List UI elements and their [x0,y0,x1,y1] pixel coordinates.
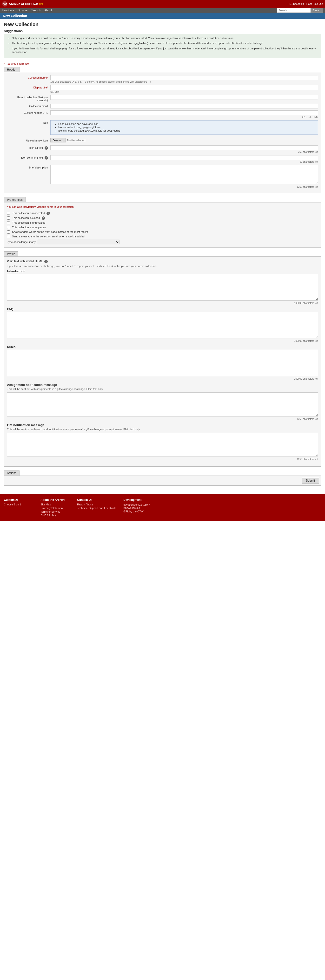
pref-anonymous-row: This collection is anonymous [7,226,318,229]
nav-fandoms[interactable]: Fandoms [2,8,14,13]
suggestion-item: The best way to set up a regular challen… [12,41,317,45]
icon-alt-help-icon[interactable]: ? [44,146,48,150]
brief-desc-label: Brief description [7,165,50,169]
icon-comment-help-icon[interactable]: ? [44,156,48,159]
post-link[interactable]: Post [306,2,312,5]
icon-comment-label: Icon comment text ? [7,155,50,159]
icon-info-box: Each collection can have one icon Icons … [50,120,318,135]
pref-anonymous-label: This collection is anonymous [12,226,46,229]
rules-title: Rules [7,345,318,349]
footer-col-about: About the Archive Site Map Diversity Sta… [40,498,70,517]
collection-name-row: Collection name* 1 to 255 characters (A-… [7,75,318,83]
icon-alt-input[interactable] [50,145,318,150]
collection-email-label: Collection email [7,103,50,108]
custom-header-url-row: Custom header URL JPG, GIF, PNG [7,110,318,118]
icon-info-list: Each collection can have one icon Icons … [58,123,314,132]
pref-moderated-checkbox[interactable] [7,212,10,215]
icon-label: Icon [7,120,50,124]
footer-choose-skin[interactable]: Choose Skin 1 [4,503,33,506]
logo: AO3 Archive of Our Ownbeta [2,1,43,7]
required-info: * Required information [4,62,321,65]
actions-content: Submit [4,476,321,486]
beta-label: beta [39,3,43,5]
icon-alt-control: 250 characters left [50,145,318,153]
custom-header-url-control: JPG, GIF, PNG [50,110,318,118]
upload-icon-row: Upload a new icon Browse... No file sele… [7,138,318,143]
icon-alt-label: Icon alt text ? [7,145,50,150]
no-file-text: No file selected. [67,139,86,142]
page-title-bar: New Collection [0,13,325,19]
nav-about[interactable]: About [44,8,52,13]
pref-closed-row: This collection is closed ? [7,216,318,220]
pref-closed-help-icon[interactable]: ? [42,216,45,220]
manage-link[interactable]: Manage [36,205,46,208]
pref-anonymous-checkbox[interactable] [7,226,10,229]
display-title-row: Display title* text only [7,85,318,93]
footer-dmca[interactable]: DMCA Policy [40,514,70,517]
assignment-notification-title: Assignment notification message [7,383,318,387]
suggestion-item: Only registered users can post, so you d… [12,37,317,40]
parent-collection-input[interactable] [50,95,318,100]
faq-section: FAQ 100000 characters left [7,307,318,342]
collection-name-control: 1 to 255 characters (A-Z, a-z, _, 0-9 on… [50,75,318,83]
brief-desc-char-limit: 1250 characters left [50,186,318,188]
ao3-logo-icon: AO3 [2,1,8,7]
pref-closed-checkbox[interactable] [7,216,10,220]
search-input[interactable] [277,8,311,13]
assignment-notification-textarea[interactable] [7,392,318,417]
display-title-input[interactable] [50,85,318,90]
footer-site-map[interactable]: Site Map [40,503,70,506]
footer-tos[interactable]: Terms of Service [40,510,70,513]
plain-text-label: Plain text with limited HTML [7,259,43,263]
top-right-area: Hi, Spacedick! Post Log Out [288,2,323,5]
upload-icon-label: Upload a new icon [7,138,50,142]
submit-button[interactable]: Submit [302,478,319,484]
pref-unrevealed-checkbox[interactable] [7,221,10,224]
icon-comment-input[interactable] [50,155,318,160]
collection-email-control [50,103,318,108]
footer-diversity[interactable]: Diversity Statement [40,507,70,509]
header-tab[interactable]: Header [4,67,19,72]
pref-message-checkbox[interactable] [7,235,10,238]
pref-random-row: Show random works on the front page inst… [7,231,318,234]
search-bar: Search [277,8,323,13]
suggestions-box: Only registered users can post, so you d… [4,34,321,58]
footer-gpl[interactable]: GPL by the OTW [124,510,152,513]
footer-tech-support[interactable]: Technical Support and Feedback [77,507,116,509]
footer-col-customize-title: Customize [4,498,33,501]
introduction-section: Introduction 100000 characters left [7,269,318,304]
gift-notification-textarea[interactable] [7,433,318,457]
nav-browse[interactable]: Browse [18,8,27,13]
actions-section: Actions Submit [4,471,321,486]
header-section-content: Collection name* 1 to 255 characters (A-… [4,72,321,193]
preferences-tab[interactable]: Preferences [4,197,26,202]
faq-char-limit: 100000 characters left [7,340,318,342]
brief-desc-textarea[interactable] [50,165,318,185]
introduction-textarea[interactable] [7,274,318,301]
profile-tab[interactable]: Profile [4,251,18,256]
custom-header-url-input[interactable] [50,110,318,115]
browse-button[interactable]: Browse... [50,138,66,142]
plain-text-help-icon[interactable]: ? [44,260,48,263]
collection-name-input[interactable] [50,75,318,80]
search-button[interactable]: Search [311,8,323,13]
footer-col-contact-title: Contact Us [77,498,116,501]
svg-text:AO3: AO3 [3,3,7,5]
pref-random-checkbox[interactable] [7,231,10,234]
introduction-char-limit: 100000 characters left [7,302,318,304]
footer-inner: Customize Choose Skin 1 About the Archiv… [4,498,321,517]
collection-email-input[interactable] [50,103,318,108]
suggestion-item: If you limit membership for each challen… [12,47,317,54]
pref-moderated-help-icon[interactable]: ? [46,212,50,215]
actions-tab[interactable]: Actions [4,471,19,476]
faq-textarea[interactable] [7,312,318,338]
icon-info-item: Icons can be in png, jpeg or gif form [58,126,314,129]
logout-link[interactable]: Log Out [314,2,323,5]
footer-report-abuse[interactable]: Report Abuse [77,503,116,506]
footer-known-issues[interactable]: Known Issues [124,506,152,509]
type-challenge-select[interactable] [38,240,119,244]
rules-textarea[interactable] [7,350,318,376]
nav-search[interactable]: Search [31,8,40,13]
preferences-section: Preferences You can also individually Ma… [4,197,321,248]
page-title-bar-text: New Collection [3,14,27,18]
